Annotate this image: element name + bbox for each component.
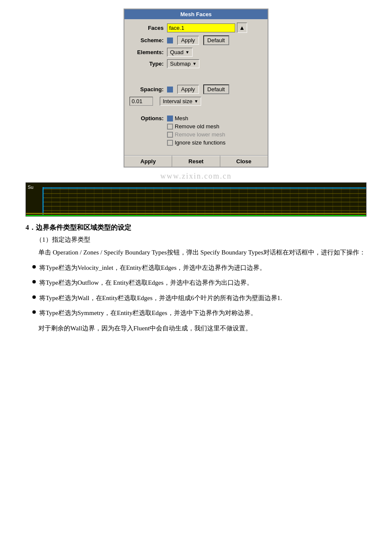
opt-remove-lower-checkbox[interactable] [167, 132, 173, 138]
mesh-visualization: Su [26, 182, 366, 217]
options-column: Mesh Remove old mesh Remove lower mesh I… [167, 115, 225, 146]
scheme-label: Scheme: [130, 37, 164, 43]
type-arrow: ▼ [192, 61, 196, 66]
upload-button[interactable]: ▲ [237, 23, 247, 33]
opt-remove-lower-label: Remove lower mesh [175, 131, 225, 138]
interval-arrow: ▼ [194, 99, 198, 104]
mesh-label: Su [28, 185, 33, 190]
elements-row: Elements: Quad ▼ [130, 48, 262, 57]
opt-remove-old-label: Remove old mesh [175, 123, 219, 130]
scheme-default-button[interactable]: Default [203, 35, 229, 45]
elements-value: Quad [170, 49, 184, 55]
dialog-title: Mesh Faces [124, 9, 268, 19]
apply-button[interactable]: Apply [124, 156, 172, 167]
sub-heading: （1）指定边界类型 [36, 236, 366, 244]
mesh-faces-dialog: Mesh Faces Faces ▲ Scheme: Apply Default… [124, 9, 268, 168]
close-button[interactable]: Close [220, 156, 268, 167]
gap1 [130, 71, 262, 78]
faces-input[interactable] [167, 23, 235, 32]
spacing-checkbox[interactable] [167, 87, 173, 92]
paragraph-2: 对于剩余的Wall边界，因为在导入Fluent中会自动生成，我们这里不做设置。 [26, 323, 366, 334]
faces-label: Faces [130, 25, 164, 31]
dialog-body: Faces ▲ Scheme: Apply Default Elements: … [124, 19, 268, 152]
spacing-default-button[interactable]: Default [203, 84, 229, 94]
opt-ignore-size-label: Ignore size functions [175, 139, 225, 146]
bullet-dot-1 [32, 265, 36, 269]
opt-ignore-size-row: Ignore size functions [167, 139, 225, 146]
gap3 [130, 108, 262, 115]
bullet-text-2: 将Type栏选为Outflow，在 Entity栏选取Edges，并选中右边界作… [39, 278, 366, 289]
elements-dropdown[interactable]: Quad ▼ [167, 48, 193, 57]
opt-ignore-size-checkbox[interactable] [167, 140, 173, 146]
type-row: Type: Submap ▼ [130, 59, 262, 68]
spacing-input-row: Interval size ▼ [130, 97, 262, 106]
spacing-apply-button[interactable]: Apply [177, 85, 199, 94]
main-content: 4．边界条件类型和区域类型的设定 （1）指定边界类型 单击 Operation … [26, 223, 366, 334]
gap2 [130, 78, 262, 84]
bullet-dot-2 [32, 280, 36, 283]
dialog-footer: Apply Reset Close [124, 155, 268, 167]
opt-remove-old-checkbox[interactable] [167, 124, 173, 130]
opt-remove-lower-row: Remove lower mesh [167, 131, 225, 138]
paragraph-1: 单击 Operation / Zones / Specify Boundary … [26, 247, 366, 258]
type-label: Type: [130, 61, 164, 67]
faces-row: Faces ▲ [130, 23, 262, 33]
interval-dropdown[interactable]: Interval size ▼ [160, 97, 201, 106]
opt-mesh-checkbox[interactable] [167, 116, 173, 121]
elements-arrow: ▼ [185, 50, 190, 55]
reset-button[interactable]: Reset [172, 156, 220, 167]
watermark: www.zixin.com.cn [26, 172, 366, 181]
scheme-apply-button[interactable]: Apply [177, 36, 199, 45]
opt-mesh-row: Mesh [167, 115, 225, 121]
bullet-text-3: 将Type栏选为Wall，在Entity栏选取Edges，并选中组成6个叶片的所… [39, 293, 366, 304]
bullet-item-4: 将Type栏选为Symmetry，在Entity栏选取Edges，并选中下边界作… [26, 308, 366, 319]
bullet-item-2: 将Type栏选为Outflow，在 Entity栏选取Edges，并选中右边界作… [26, 278, 366, 289]
type-value: Submap [170, 61, 190, 67]
spacing-label: Spacing: [130, 86, 164, 92]
bullet-text-4: 将Type栏选为Symmetry，在Entity栏选取Edges，并选中下边界作… [39, 308, 366, 319]
bullet-item-1: 将Type栏选为Velocity_inlet，在Entity栏选取Edges，并… [26, 263, 366, 274]
spacing-input[interactable] [130, 97, 153, 106]
spacing-row: Spacing: Apply Default [130, 84, 262, 94]
elements-label: Elements: [130, 49, 164, 55]
scheme-checkbox[interactable] [167, 38, 173, 43]
bullet-dot-4 [32, 310, 36, 314]
options-row: Options: Mesh Remove old mesh Remove low… [130, 115, 262, 146]
options-label: Options: [130, 115, 164, 121]
interval-label: Interval size [163, 98, 192, 104]
opt-remove-old-row: Remove old mesh [167, 123, 225, 130]
opt-mesh-label: Mesh [175, 115, 188, 121]
section-heading: 4．边界条件类型和区域类型的设定 [26, 223, 366, 232]
bullet-dot-3 [32, 295, 36, 299]
scheme-row: Scheme: Apply Default [130, 35, 262, 45]
type-dropdown[interactable]: Submap ▼ [167, 59, 199, 68]
bullet-item-3: 将Type栏选为Wall，在Entity栏选取Edges，并选中组成6个叶片的所… [26, 293, 366, 304]
bullet-text-1: 将Type栏选为Velocity_inlet，在Entity栏选取Edges，并… [39, 263, 366, 274]
mesh-svg [26, 183, 366, 216]
dialog-wrapper: Mesh Faces Faces ▲ Scheme: Apply Default… [26, 9, 366, 168]
